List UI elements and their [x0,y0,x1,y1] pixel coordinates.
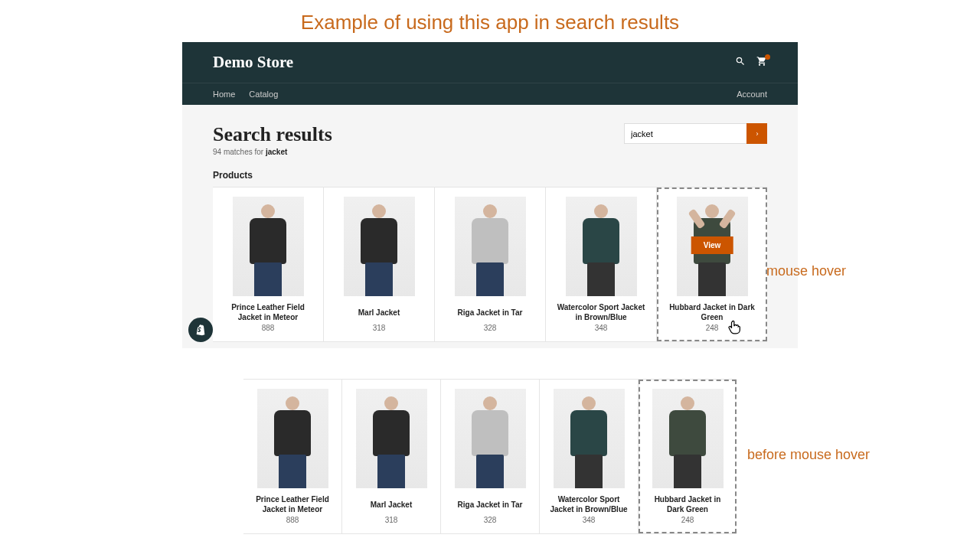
product-price: 248 [645,516,730,524]
product-card[interactable]: Marl Jacket318 [342,380,441,533]
products-label: Products [213,170,767,181]
product-card[interactable]: Prince Leather Field Jacket in Meteor888 [243,380,342,533]
chevron-right-icon [754,131,760,137]
product-name: Marl Jacket [348,494,434,514]
content-area: Search results 94 matches for jacket Pro… [182,105,798,348]
product-price: 318 [348,516,434,524]
product-card[interactable]: ViewHubbard Jacket in Dark Green248 [657,187,767,341]
product-name: Marl Jacket [330,302,428,322]
product-card[interactable]: Riga Jacket in Tar328 [441,380,540,533]
product-name: Watercolor Sport Jacket in Brown/Blue [546,494,632,514]
product-card[interactable]: Prince Leather Field Jacket in Meteor888 [213,187,324,341]
product-card[interactable]: Watercolor Sport Jacket in Brown/Blue348 [546,187,657,341]
results-subtitle: 94 matches for jacket [213,148,332,156]
product-price: 888 [250,516,335,524]
nav-account[interactable]: Account [737,90,767,99]
product-name: Hubbard Jacket in Dark Green [645,494,730,514]
store-header: Demo Store [182,42,798,83]
store-title[interactable]: Demo Store [213,53,293,72]
nav-home[interactable]: Home [213,90,235,99]
product-image [554,389,625,488]
results-title: Search results [213,123,332,146]
product-name: Hubbard Jacket in Dark Green [663,302,761,322]
annotation-before: before mouse hover [747,447,870,463]
cart-count-dot [765,54,770,60]
nav-catalog[interactable]: Catalog [249,90,278,99]
product-image [356,389,427,488]
product-price: 328 [447,516,533,524]
product-card[interactable]: Marl Jacket318 [324,187,435,341]
product-image [344,197,415,296]
product-row-before: Prince Leather Field Jacket in Meteor888… [243,379,737,534]
product-image [257,389,328,488]
demo-frame-top: Demo Store Home Catalog Account Search r… [182,42,798,348]
main-nav: Home Catalog Account [182,83,798,105]
product-image [455,197,526,296]
product-image [233,197,304,296]
product-price: 248 [663,324,761,332]
product-name: Prince Leather Field Jacket in Meteor [250,494,335,514]
product-price: 348 [546,516,632,524]
product-image [652,389,724,488]
product-card[interactable]: Hubbard Jacket in Dark Green248 [639,380,737,533]
product-price: 888 [219,324,317,332]
shopify-badge[interactable] [188,318,213,342]
product-price: 328 [441,324,539,332]
product-name: Riga Jacket in Tar [447,494,533,514]
product-image [455,389,526,488]
page-title: Example of using this app in search resu… [0,0,980,42]
search-submit-button[interactable] [746,123,767,144]
product-name: Riga Jacket in Tar [441,302,539,322]
product-card[interactable]: Watercolor Sport Jacket in Brown/Blue348 [540,380,639,533]
product-row-hover: Prince Leather Field Jacket in Meteor888… [213,187,767,342]
view-button[interactable]: View [691,236,733,254]
cart-icon[interactable] [756,56,767,70]
product-name: Watercolor Sport Jacket in Brown/Blue [552,302,650,322]
search-box [624,123,767,144]
product-image [566,197,637,296]
search-icon[interactable] [735,56,746,70]
cursor-hand-icon [726,319,741,339]
shopify-icon [194,323,207,337]
product-price: 318 [330,324,428,332]
product-name: Prince Leather Field Jacket in Meteor [219,302,317,322]
search-input[interactable] [624,123,746,144]
product-price: 348 [552,324,650,332]
product-card[interactable]: Riga Jacket in Tar328 [435,187,546,341]
